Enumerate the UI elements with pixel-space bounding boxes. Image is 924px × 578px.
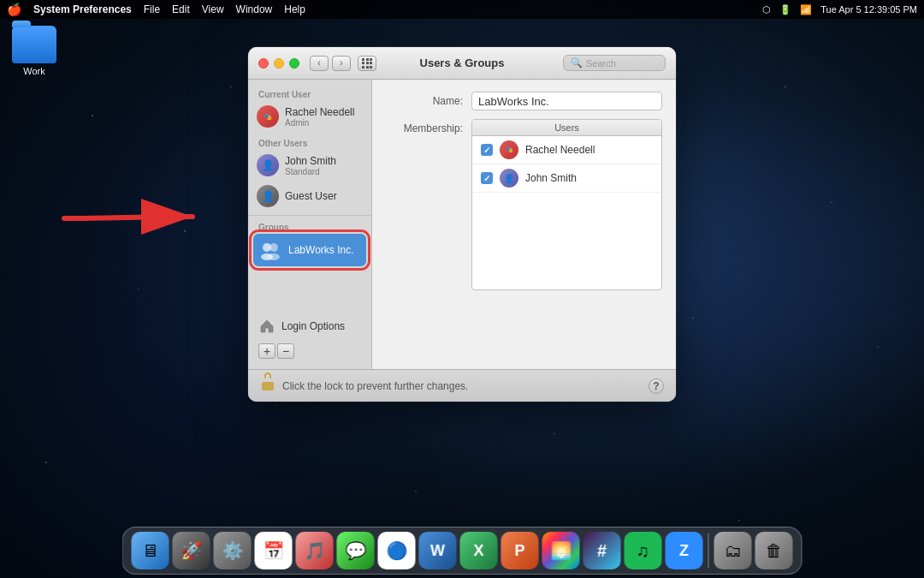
groups-label: Groups	[248, 219, 371, 234]
view-menu[interactable]: View	[202, 3, 224, 15]
checkmark-rachel: ✓	[483, 146, 490, 155]
desktop: 🍎 System Preferences File Edit View Wind…	[0, 0, 924, 578]
nav-buttons: ‹ ›	[310, 56, 351, 71]
current-user-label: Current User	[248, 86, 371, 101]
sidebar-item-guest[interactable]: 👤 Guest User	[248, 181, 371, 212]
lock-button[interactable]	[260, 378, 275, 395]
dock-item-word[interactable]: W	[419, 532, 457, 569]
forward-button[interactable]: ›	[332, 56, 351, 71]
title-bar: ‹ › Users & Groups 🔍 Search	[248, 47, 676, 80]
file-menu[interactable]: File	[144, 3, 160, 15]
help-button[interactable]: ?	[649, 378, 664, 394]
member-row-john[interactable]: ✓ 👤 John Smith	[472, 164, 661, 193]
lock-shackle	[264, 372, 271, 378]
dock-item-files[interactable]: 🗂	[714, 532, 752, 569]
guest-info: Guest User	[285, 190, 337, 202]
name-input[interactable]: LabWorks Inc.	[471, 92, 662, 110]
trash-icon: 🗑	[766, 541, 783, 561]
member-row-rachel[interactable]: ✓ 🎭 Rachel Needell	[472, 136, 661, 164]
dock-item-preferences[interactable]: ⚙️	[214, 532, 252, 569]
back-button[interactable]: ‹	[310, 56, 329, 71]
membership-section: Membership: Users ✓ 🎭 Rachel Needell	[386, 119, 662, 290]
checkbox-rachel[interactable]: ✓	[481, 144, 493, 156]
dock-item-finder[interactable]: 🖥	[132, 532, 169, 569]
sidebar-item-john[interactable]: 👤 John Smith Standard	[248, 150, 371, 181]
login-options-item[interactable]: Login Options	[248, 313, 371, 340]
photos-icon: 🌅	[550, 540, 572, 561]
john-info: John Smith Standard	[285, 155, 336, 176]
dock-item-excel[interactable]: X	[460, 532, 498, 569]
clock: Tue Apr 5 12:39:05 PM	[820, 4, 917, 15]
maximize-button[interactable]	[289, 58, 299, 69]
users-column-header: Users	[472, 120, 661, 136]
checkbox-john[interactable]: ✓	[481, 172, 493, 184]
powerpoint-icon: P	[514, 542, 524, 560]
bottom-bar: Click the lock to prevent further change…	[248, 369, 676, 402]
apple-menu[interactable]: 🍎	[7, 3, 21, 16]
arrow-svg	[56, 193, 252, 240]
rachel-role: Admin	[285, 118, 354, 128]
dock-item-calendar[interactable]: 📅	[255, 532, 293, 569]
users-groups-window: ‹ › Users & Groups 🔍 Search Current User	[248, 47, 676, 402]
grid-view-button[interactable]	[358, 56, 376, 71]
avatar-group	[258, 238, 282, 262]
member-avatar-rachel: 🎭	[500, 140, 518, 159]
member-name-john: John Smith	[525, 172, 577, 184]
sidebar-divider	[248, 215, 371, 216]
dock-item-launchpad[interactable]: 🚀	[173, 532, 210, 569]
svg-point-2	[270, 243, 278, 252]
dock-item-photos[interactable]: 🌅	[542, 532, 580, 569]
main-panel: Name: LabWorks Inc. Membership: Users ✓	[372, 80, 676, 369]
dock: 🖥 🚀 ⚙️ 📅 🎵 💬 🔵 W X P 🌅	[122, 527, 803, 575]
spotify-icon: ♫	[637, 541, 649, 561]
dock-item-trash[interactable]: 🗑	[755, 532, 793, 569]
app-name-menu[interactable]: System Preferences	[33, 3, 132, 15]
dock-item-chrome[interactable]: 🔵	[378, 532, 416, 569]
calendar-icon: 📅	[263, 540, 284, 561]
lock-icon	[262, 378, 274, 393]
messages-icon: 💬	[345, 540, 366, 561]
add-user-button[interactable]: +	[258, 343, 275, 359]
membership-table: Users ✓ 🎭 Rachel Needell	[471, 119, 662, 290]
dock-item-spotify[interactable]: ♫	[625, 532, 662, 569]
wifi-icon: 📶	[800, 4, 812, 15]
dock-divider	[708, 533, 709, 568]
member-name-rachel: Rachel Needell	[525, 144, 595, 156]
search-box[interactable]: 🔍 Search	[563, 55, 666, 71]
slack-icon: #	[597, 541, 607, 561]
window-menu[interactable]: Window	[236, 3, 273, 15]
dock-item-music[interactable]: 🎵	[296, 532, 334, 569]
dock-item-zoom[interactable]: Z	[666, 532, 703, 569]
svg-point-4	[268, 253, 280, 260]
avatar-john: 👤	[257, 154, 279, 176]
menubar-left: 🍎 System Preferences File Edit View Wind…	[7, 3, 305, 16]
remove-user-button[interactable]: −	[277, 343, 294, 359]
close-button[interactable]	[258, 58, 269, 69]
battery-icon: 🔋	[779, 4, 791, 15]
chrome-icon: 🔵	[386, 540, 407, 561]
traffic-lights	[258, 58, 299, 69]
edit-menu[interactable]: Edit	[172, 3, 190, 15]
sidebar-item-labworks[interactable]: LabWorks Inc.	[253, 234, 366, 266]
login-icon	[258, 318, 275, 335]
labworks-name: LabWorks Inc.	[288, 244, 353, 256]
menubar-right: ⬡ 🔋 📶 Tue Apr 5 12:39:05 PM	[762, 4, 917, 15]
other-users-label: Other Users	[248, 135, 371, 150]
group-icon	[258, 238, 282, 262]
folder-icon	[12, 26, 56, 63]
rachel-avatar-emoji: 🎭	[264, 113, 272, 121]
files-icon: 🗂	[725, 541, 742, 561]
search-placeholder: Search	[586, 58, 616, 69]
grid-dots-icon	[362, 58, 372, 69]
dock-item-powerpoint[interactable]: P	[501, 532, 539, 569]
window-content: Current User 🎭 Rachel Needell Admin Othe…	[248, 80, 676, 369]
john-role: Standard	[285, 167, 336, 176]
membership-label: Membership:	[386, 122, 463, 290]
sidebar-item-rachel[interactable]: 🎭 Rachel Needell Admin	[248, 101, 371, 132]
dock-item-messages[interactable]: 💬	[337, 532, 375, 569]
minimize-button[interactable]	[274, 58, 284, 69]
dock-item-slack[interactable]: #	[583, 532, 621, 569]
avatar-guest: 👤	[257, 185, 279, 207]
desktop-folder-work[interactable]: Work	[4, 26, 64, 76]
help-menu[interactable]: Help	[284, 3, 305, 15]
